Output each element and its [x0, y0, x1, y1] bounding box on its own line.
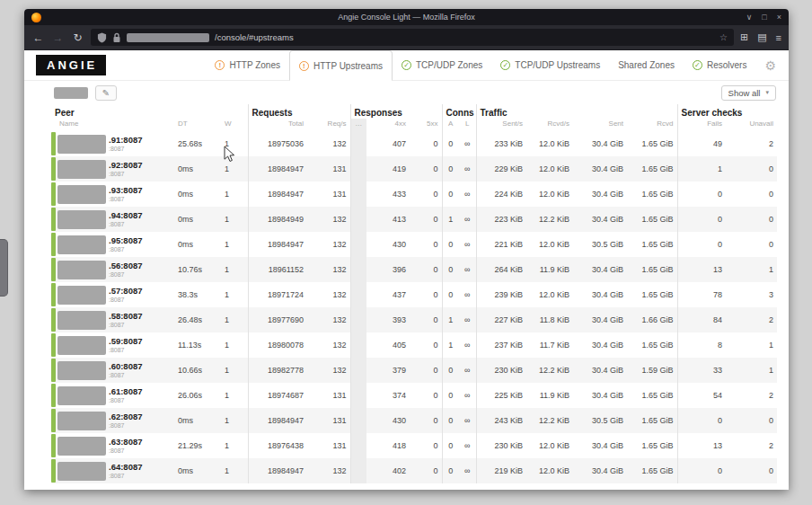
cell-fails: 13	[677, 257, 726, 282]
cell-unavail: 0	[726, 207, 777, 232]
tab-shared-zones[interactable]: Shared Zones	[609, 50, 684, 80]
cell-conns-limit: ∞	[459, 433, 476, 458]
cell-name: .59:8087 :8087	[56, 332, 174, 358]
cell-conns-active: 0	[442, 257, 459, 282]
menu-icon[interactable]: ≡	[776, 32, 781, 43]
tab-tcp-udp-zones[interactable]: ✓ TCP/UDP Zones	[393, 50, 491, 80]
col-name: Name	[56, 119, 174, 131]
cell-sent: 30.4 GiB	[573, 383, 627, 408]
dock-handle[interactable]	[0, 239, 8, 297]
library-icon[interactable]: ▤	[757, 31, 766, 43]
cell-rcvd-s: 12.0 KiB	[526, 282, 573, 307]
cell-conns-limit: ∞	[459, 358, 476, 383]
cell-4xx: 430	[366, 408, 410, 433]
cell-conns-limit: ∞	[459, 232, 476, 257]
forward-button[interactable]: →	[51, 32, 65, 43]
maximize-button[interactable]: □	[762, 9, 766, 25]
peer-name: .59:8087	[109, 336, 143, 346]
cell-total: 18984947	[248, 408, 307, 433]
cell-total: 18984947	[248, 156, 307, 182]
cell-sent-s: 237 KiB	[476, 332, 526, 358]
cell-4xx: 402	[366, 458, 410, 483]
cell-5xx: 0	[410, 257, 442, 282]
cell-4xx: 433	[366, 182, 410, 207]
cell-unavail: 0	[726, 182, 777, 207]
responses-expander[interactable]: …	[350, 119, 366, 131]
cell-conns-active: 0	[442, 131, 459, 156]
extensions-icon[interactable]: ⊞	[740, 31, 748, 43]
settings-button[interactable]: ⚙	[755, 50, 780, 80]
cell-responses-expander	[350, 156, 366, 182]
col-weight: W	[221, 119, 248, 131]
cell-responses-expander	[350, 458, 366, 483]
back-button[interactable]: ←	[31, 32, 45, 43]
cell-rcvd-s: 12.0 KiB	[526, 232, 573, 257]
close-button[interactable]: ×	[777, 9, 781, 25]
cell-rcvd: 1.65 GiB	[627, 433, 677, 458]
cell-weight: 1	[221, 307, 248, 332]
cell-5xx: 0	[410, 307, 442, 332]
peer-name-redaction	[57, 286, 106, 305]
cell-conns-limit: ∞	[459, 383, 476, 408]
cell-weight: 1	[221, 408, 248, 433]
cell-sent: 30.4 GiB	[573, 458, 627, 483]
cell-fails: 0	[677, 207, 726, 232]
cell-unavail: 0	[726, 458, 777, 483]
window-titlebar[interactable]: Angie Console Light — Mozilla Firefox ∨ …	[24, 9, 789, 25]
cell-weight: 1	[221, 383, 248, 408]
url-bar[interactable]: /console/#upstreams ☆	[91, 29, 734, 46]
cell-5xx: 0	[410, 458, 442, 483]
shield-icon	[97, 32, 107, 43]
cell-conns-limit: ∞	[459, 332, 476, 358]
upstream-toolbar: ✎ Show all ▾	[24, 81, 789, 104]
cell-name: .62:8087 :8087	[56, 408, 174, 433]
cell-name: .92:8087 :8087	[56, 156, 174, 182]
col-rcvd: Rcvd	[627, 119, 677, 131]
tab-http-zones[interactable]: ! HTTP Zones	[206, 50, 289, 80]
group-peer: Peer	[51, 104, 248, 119]
show-all-select[interactable]: Show all ▾	[721, 85, 776, 101]
cell-conns-limit: ∞	[459, 458, 476, 483]
cell-fails: 13	[677, 433, 726, 458]
cell-fails: 0	[677, 458, 726, 483]
cell-unavail: 3	[726, 282, 777, 307]
tab-http-upstreams[interactable]: ! HTTP Upstreams	[289, 50, 393, 81]
peer-name: .56:8087	[109, 261, 143, 270]
cell-4xx: 437	[366, 282, 410, 307]
firefox-window: Angie Console Light — Mozilla Firefox ∨ …	[24, 9, 789, 490]
cell-rcvd: 1.65 GiB	[627, 207, 677, 232]
peer-address: :8087	[109, 146, 143, 153]
peer-address: :8087	[109, 422, 143, 430]
reload-button[interactable]: ↻	[71, 32, 84, 43]
cell-fails: 78	[677, 282, 726, 307]
edit-upstream-button[interactable]: ✎	[95, 85, 117, 101]
cell-5xx: 0	[410, 383, 442, 408]
cell-weight: 1	[221, 131, 248, 156]
table-body: .91:8087 :8087 25.68s 1 18975036 132 407…	[51, 131, 777, 483]
peer-name-redaction	[57, 437, 106, 456]
cell-sent-s: 219 KiB	[476, 458, 526, 483]
col-conns-active: A	[442, 119, 459, 131]
upstream-peers-table: Peer Requests Responses Conns Traffic Se…	[51, 104, 777, 483]
cell-unavail: 2	[726, 307, 777, 332]
table-group-header: Peer Requests Responses Conns Traffic Se…	[51, 104, 777, 119]
cell-responses-expander	[350, 332, 366, 358]
cell-4xx: 374	[366, 383, 410, 408]
console-nav-tabs: ! HTTP Zones ! HTTP Upstreams ✓ TCP/UDP …	[206, 50, 780, 80]
tab-resolvers[interactable]: ✓ Resolvers	[684, 50, 755, 80]
cell-req-s: 132	[307, 131, 350, 156]
group-conns: Conns	[442, 104, 476, 119]
cell-name: .95:8087 :8087	[56, 232, 174, 257]
group-responses: Responses	[350, 104, 442, 119]
cell-sent-s: 264 KiB	[476, 257, 526, 282]
cell-fails: 84	[677, 307, 726, 332]
cell-5xx: 0	[410, 433, 442, 458]
cell-sent-s: 227 KiB	[476, 307, 526, 332]
cell-responses-expander	[350, 383, 366, 408]
cell-sent-s: 229 KiB	[476, 156, 526, 182]
cell-name: .60:8087 :8087	[56, 358, 174, 383]
cell-weight: 1	[221, 257, 248, 282]
minimize-button[interactable]: ∨	[746, 9, 753, 25]
bookmark-star-icon[interactable]: ☆	[719, 32, 728, 42]
tab-tcp-udp-upstreams[interactable]: ✓ TCP/UDP Upstreams	[491, 50, 609, 80]
